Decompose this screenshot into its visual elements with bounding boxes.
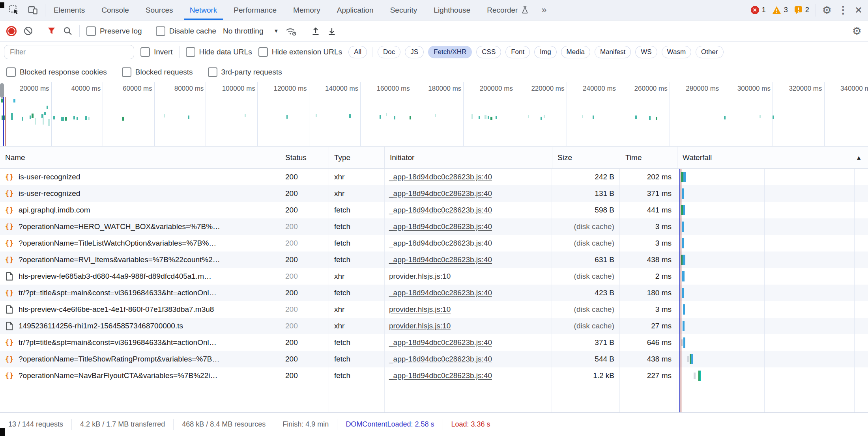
column-header-time[interactable]: Time xyxy=(620,147,677,168)
disable-cache-checkbox[interactable]: Disable cache xyxy=(156,26,216,36)
network-conditions-icon[interactable] xyxy=(285,26,297,36)
table-row[interactable]: {} ?operationName=RVI_Items&variables=%7… xyxy=(0,252,868,268)
divider xyxy=(79,25,80,37)
request-type: fetch xyxy=(329,351,385,367)
sort-ascending-icon[interactable]: ▲ xyxy=(856,154,862,161)
column-header-size[interactable]: Size xyxy=(552,147,620,168)
throttling-dropdown[interactable]: No throttling ▼ xyxy=(223,27,279,35)
column-header-name[interactable]: Name xyxy=(0,147,280,168)
table-row[interactable]: {} is-user-recognized 200 xhr _app-18d94… xyxy=(0,185,868,202)
column-header-type[interactable]: Type xyxy=(329,147,385,168)
chip-font[interactable]: Font xyxy=(505,46,530,58)
chip-img[interactable]: Img xyxy=(534,46,556,58)
table-row[interactable]: {} tr/?pt=title&spt=main&const=vi3619684… xyxy=(0,285,868,301)
request-initiator-link[interactable]: _app-18d94dbc0c28623b.js:40 xyxy=(389,338,492,347)
request-name: hls-preview-fe685ab3-d680-44a9-988f-d89d… xyxy=(19,272,211,281)
request-initiator-link[interactable]: _app-18d94dbc0c28623b.js:40 xyxy=(389,206,492,214)
tab-performance[interactable]: Performance xyxy=(225,0,285,20)
table-row[interactable]: {} ?operationName=HERO_WATCH_BOX&variabl… xyxy=(0,218,868,235)
issues-badge[interactable]: 2 xyxy=(794,6,809,14)
overview-scrub-handle[interactable] xyxy=(0,83,4,98)
domcontentloaded-time[interactable]: DOMContentLoaded: 2.58 s xyxy=(337,420,442,429)
chip-css[interactable]: CSS xyxy=(476,46,501,58)
warning-badge[interactable]: 3 xyxy=(772,6,788,14)
tab-security[interactable]: Security xyxy=(382,0,426,20)
tab-sources[interactable]: Sources xyxy=(137,0,181,20)
braces-icon-wrap: {} xyxy=(5,256,14,264)
table-row[interactable]: {} ?operationName=TitleShowRatingPrompt&… xyxy=(0,351,868,367)
chip-js[interactable]: JS xyxy=(405,46,424,58)
table-row[interactable]: hls-preview-c4e6f6be-ace1-4e1f-860f-07e1… xyxy=(0,301,868,318)
hide-extension-urls-checkbox[interactable]: Hide extension URLs xyxy=(258,47,342,57)
table-row[interactable]: 1495236114256-rhi1m2-156458573468700000.… xyxy=(0,318,868,334)
invert-checkbox[interactable]: Invert xyxy=(140,47,173,57)
request-status: 200 xyxy=(280,301,329,318)
request-name: ?operationName=HERO_WATCH_BOX&variables=… xyxy=(19,222,220,231)
export-har-icon[interactable] xyxy=(327,26,337,36)
tab-application[interactable]: Application xyxy=(329,0,382,20)
inspect-element-icon[interactable] xyxy=(7,4,21,17)
request-size: 631 B xyxy=(552,252,620,268)
blocked-requests-checkbox[interactable]: Blocked requests xyxy=(122,67,193,77)
chip-media[interactable]: Media xyxy=(561,46,590,58)
network-overview-timeline[interactable]: 20000 ms40000 ms60000 ms80000 ms100000 m… xyxy=(0,82,868,146)
column-header-waterfall[interactable]: Waterfall ▲ xyxy=(677,147,868,168)
filter-funnel-icon[interactable] xyxy=(47,26,56,35)
network-settings-gear-icon[interactable]: ⚙ xyxy=(852,25,862,37)
request-name: tr/?pt=title&spt=main&const=vi3619684633… xyxy=(19,289,217,297)
import-har-icon[interactable] xyxy=(311,26,320,36)
more-tabs-icon[interactable]: » xyxy=(537,5,550,15)
3rd-party-requests-checkbox[interactable]: 3rd-party requests xyxy=(208,67,282,77)
request-initiator-link[interactable]: _app-18d94dbc0c28623b.js:40 xyxy=(389,371,492,380)
request-initiator-link[interactable]: _app-18d94dbc0c28623b.js:40 xyxy=(389,355,492,363)
tab-network[interactable]: Network xyxy=(181,0,226,20)
request-initiator-link[interactable]: _app-18d94dbc0c28623b.js:40 xyxy=(389,173,492,181)
close-devtools-icon[interactable]: ✕ xyxy=(855,5,862,16)
error-badge[interactable]: ✕ 1 xyxy=(751,6,766,14)
blocked-response-cookies-checkbox[interactable]: Blocked response cookies xyxy=(6,67,107,77)
device-toolbar-icon[interactable] xyxy=(26,4,39,17)
load-time[interactable]: Load: 3.36 s xyxy=(443,420,499,429)
tab-elements[interactable]: Elements xyxy=(45,0,93,20)
filter-input[interactable] xyxy=(4,45,134,59)
chip-all[interactable]: All xyxy=(348,46,367,58)
tab-lighthouse[interactable]: Lighthouse xyxy=(425,0,479,20)
request-status: 200 xyxy=(280,268,329,285)
table-row[interactable]: {} is-user-recognized 200 xhr _app-18d94… xyxy=(0,169,868,185)
settings-gear-icon[interactable]: ⚙ xyxy=(822,4,832,17)
request-initiator-link[interactable]: _app-18d94dbc0c28623b.js:40 xyxy=(389,222,492,231)
column-header-status[interactable]: Status xyxy=(280,147,329,168)
tab-label: Security xyxy=(390,6,417,15)
divider xyxy=(304,25,304,37)
clear-network-log-icon[interactable] xyxy=(23,26,33,36)
hide-data-urls-checkbox[interactable]: Hide data URLs xyxy=(186,47,252,57)
chip-ws[interactable]: WS xyxy=(635,46,657,58)
chip-wasm[interactable]: Wasm xyxy=(662,46,692,58)
more-options-kebab-icon[interactable]: ⋮ xyxy=(838,4,848,16)
request-initiator-link[interactable]: _app-18d94dbc0c28623b.js:40 xyxy=(389,189,492,198)
record-network-log-icon[interactable] xyxy=(6,26,17,36)
request-initiator-link[interactable]: _app-18d94dbc0c28623b.js:40 xyxy=(389,255,492,264)
chip-doc[interactable]: Doc xyxy=(378,46,400,58)
tab-recorder[interactable]: Recorder xyxy=(479,0,537,20)
table-row[interactable]: {} ?operationName=NavBarFlyoutCTA&variab… xyxy=(0,367,868,384)
request-initiator-link[interactable]: provider.hlsjs.js:10 xyxy=(389,322,451,330)
column-header-initiator[interactable]: Initiator xyxy=(385,147,552,168)
chip-fetch-xhr[interactable]: Fetch/XHR xyxy=(428,46,472,58)
tab-memory[interactable]: Memory xyxy=(285,0,329,20)
table-row[interactable]: {} tr/?pt=title&spt=main&const=vi3619684… xyxy=(0,334,868,351)
table-row[interactable]: hls-preview-fe685ab3-d680-44a9-988f-d89d… xyxy=(0,268,868,285)
request-initiator-link[interactable]: _app-18d94dbc0c28623b.js:40 xyxy=(389,289,492,297)
preserve-log-checkbox[interactable]: Preserve log xyxy=(86,26,142,36)
request-initiator-link[interactable]: provider.hlsjs.js:10 xyxy=(389,272,451,281)
search-icon[interactable] xyxy=(63,26,73,36)
request-name-cell: {} ?operationName=TitleListWatchOption&v… xyxy=(0,235,280,252)
request-initiator-link[interactable]: provider.hlsjs.js:10 xyxy=(389,305,451,314)
chip-other[interactable]: Other xyxy=(696,46,724,58)
table-row[interactable]: {} api.graphql.imdb.com 200 fetch _app-1… xyxy=(0,202,868,218)
request-initiator-link[interactable]: _app-18d94dbc0c28623b.js:40 xyxy=(389,239,492,248)
table-row[interactable]: {} ?operationName=TitleListWatchOption&v… xyxy=(0,235,868,252)
tab-console[interactable]: Console xyxy=(93,0,137,20)
chip-manifest[interactable]: Manifest xyxy=(595,46,631,58)
request-initiator-cell: _app-18d94dbc0c28623b.js:40 xyxy=(385,169,552,185)
